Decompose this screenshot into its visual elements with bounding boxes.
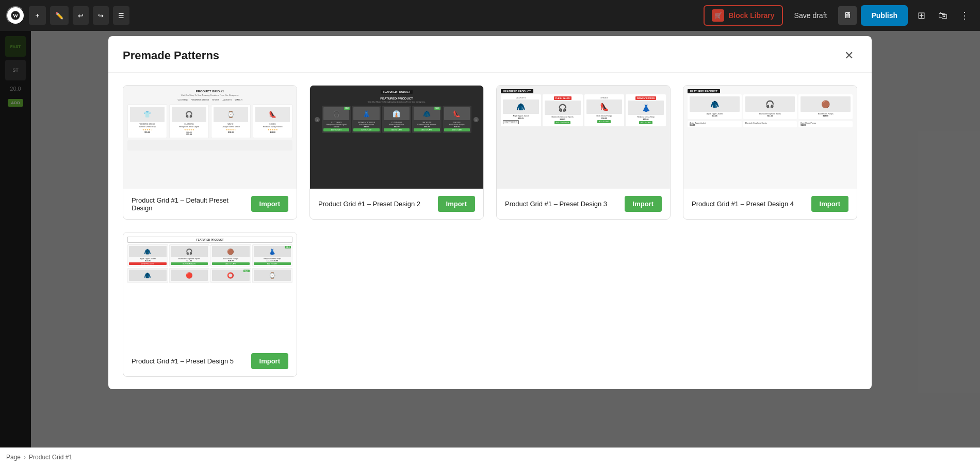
pattern-1-footer: Product Grid #1 – Default Preset Design … [123, 189, 297, 219]
woocommerce-icon-button[interactable]: 🛍 [934, 6, 952, 25]
pattern-card-3[interactable]: FEATURED PRODUCT JACKETS 🧥 Argile Zipper… [496, 85, 671, 220]
save-draft-button[interactable]: Save draft [787, 5, 835, 26]
pattern-3-footer: Product Grid #1 – Preset Design 3 Import [497, 189, 670, 219]
redo-icon: ↪ [98, 12, 104, 20]
patterns-grid-row2: FEATURED PRODUCT 🧥 Argile Zipper Jacket … [123, 232, 857, 377]
breadcrumb-product-grid: Product Grid #1 [29, 454, 72, 461]
pattern-preview-4: FEATURED PRODUCT 🧥 Argile Zipper Jacket … [683, 86, 857, 189]
bottom-bar: Page › Product Grid #1 [0, 447, 980, 466]
sidebar-toggle-button[interactable]: ⊞ [912, 6, 930, 25]
pattern-card-5[interactable]: FEATURED PRODUCT 🧥 Argile Zipper Jacket … [123, 232, 297, 377]
pattern-2-footer: Product Grid #1 – Preset Design 2 Import [310, 189, 483, 219]
pattern-4-import-button[interactable]: Import [811, 196, 848, 212]
pattern-5-import-button[interactable]: Import [251, 353, 288, 369]
pattern-4-footer: Product Grid #1 – Preset Design 4 Import [683, 189, 857, 219]
empty-cell-1 [309, 232, 484, 377]
pattern-4-name: Product Grid #1 – Preset Design 4 [692, 200, 794, 208]
undo-icon: ↩ [78, 12, 84, 20]
modal-overlay: Premade Patterns ✕ PRODUCT GRID #1 Visit… [0, 31, 980, 447]
edit-button[interactable]: ✏️ [50, 6, 69, 25]
redo-button[interactable]: ↪ [93, 6, 109, 25]
pattern-preview-1: PRODUCT GRID #1 Visit Our Shop To See Am… [123, 86, 297, 189]
list-view-button[interactable]: ☰ [113, 6, 129, 25]
more-options-button[interactable]: ⋮ [955, 6, 974, 25]
block-library-button[interactable]: 🛒 Block Library [704, 5, 782, 26]
breadcrumb-page: Page [6, 454, 21, 461]
modal-title: Premade Patterns [123, 49, 219, 62]
modal-body[interactable]: PRODUCT GRID #1 Visit Our Shop To See Am… [108, 73, 872, 389]
toolbar-right-icons: ⊞ 🛍 ⋮ [912, 6, 974, 25]
pattern-5-footer: Product Grid #1 – Preset Design 5 Import [123, 346, 297, 376]
pattern-3-name: Product Grid #1 – Preset Design 3 [505, 200, 607, 208]
plus-icon: ＋ [34, 11, 41, 20]
premade-patterns-modal: Premade Patterns ✕ PRODUCT GRID #1 Visit… [108, 36, 872, 389]
list-icon: ☰ [118, 12, 124, 20]
pattern-preview-2: FEATURED PRODUCT FEATURED PRODUCT Visit … [310, 86, 483, 189]
add-block-button[interactable]: ＋ [29, 6, 46, 25]
empty-cell-3 [683, 232, 857, 377]
empty-cell-2 [496, 232, 671, 377]
pattern-2-name: Product Grid #1 – Preset Design 2 [318, 200, 420, 208]
pattern-2-import-button[interactable]: Import [438, 196, 475, 212]
modal-header: Premade Patterns ✕ [108, 36, 872, 73]
pattern-5-name: Product Grid #1 – Preset Design 5 [132, 357, 234, 365]
view-button[interactable]: 🖥 [838, 6, 857, 25]
pattern-card-1[interactable]: PRODUCT GRID #1 Visit Our Shop To See Am… [123, 85, 297, 220]
patterns-grid-row1: PRODUCT GRID #1 Visit Our Shop To See Am… [123, 85, 857, 220]
pencil-icon: ✏️ [55, 12, 63, 20]
pattern-1-import-button[interactable]: Import [251, 196, 288, 212]
pattern-1-name: Product Grid #1 – Default Preset Design [132, 196, 251, 212]
block-library-icon: 🛒 [712, 9, 724, 22]
pattern-card-4[interactable]: FEATURED PRODUCT 🧥 Argile Zipper Jacket … [683, 85, 857, 220]
monitor-icon: 🖥 [843, 11, 852, 20]
block-library-label: Block Library [728, 11, 774, 20]
pattern-preview-5: FEATURED PRODUCT 🧥 Argile Zipper Jacket … [123, 232, 297, 346]
pattern-preview-3: FEATURED PRODUCT JACKETS 🧥 Argile Zipper… [497, 86, 670, 189]
pattern-3-import-button[interactable]: Import [625, 196, 662, 212]
breadcrumb-separator: › [24, 454, 26, 461]
undo-button[interactable]: ↩ [73, 6, 89, 25]
svg-text:W: W [13, 12, 19, 19]
top-toolbar: W ＋ ✏️ ↩ ↪ ☰ 🛒 Block Library Save draft … [0, 0, 980, 31]
publish-button[interactable]: Publish [861, 5, 908, 26]
wp-logo-button[interactable]: W [6, 6, 25, 25]
pattern-card-2[interactable]: FEATURED PRODUCT FEATURED PRODUCT Visit … [309, 85, 484, 220]
modal-close-button[interactable]: ✕ [841, 47, 857, 64]
